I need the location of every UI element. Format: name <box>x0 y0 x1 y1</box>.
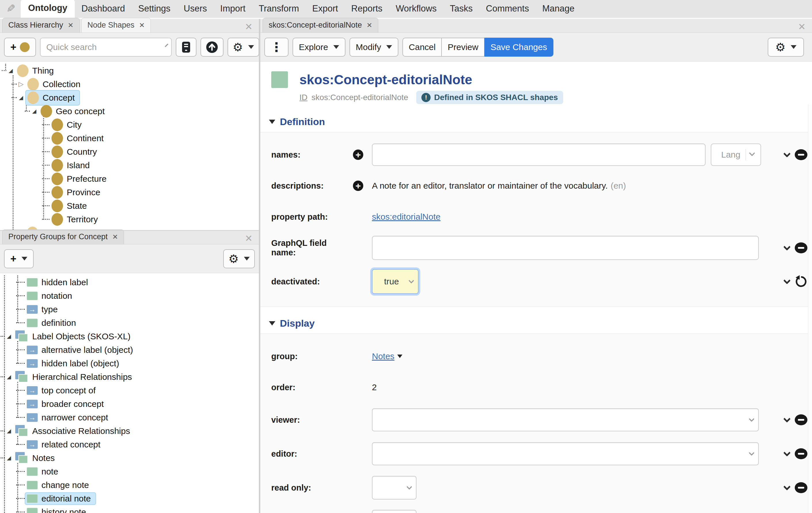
tree-node-narrower-concept[interactable]: →narrower concept <box>0 411 259 424</box>
add-value-icon[interactable]: + <box>353 181 363 191</box>
chevron-down-icon[interactable] <box>783 415 790 422</box>
group-link[interactable]: Notes <box>372 352 394 361</box>
tree-node-collection[interactable]: ▷Collection <box>0 77 259 91</box>
tree-node-related-concept[interactable]: →related concept <box>0 437 259 451</box>
collapsed-arrow-icon[interactable]: ▷ <box>17 81 25 87</box>
tree-node-city[interactable]: City <box>0 118 259 131</box>
tree-node-hidden-label-object[interactable]: →hidden label (object) <box>0 357 259 370</box>
more-actions-button[interactable]: ⋮ <box>264 38 289 57</box>
tab-close-icon[interactable]: ✕ <box>68 22 74 29</box>
menu-item-export[interactable]: Export <box>306 0 345 18</box>
expanded-arrow-icon[interactable]: ◢ <box>30 109 38 114</box>
menu-item-import[interactable]: Import <box>214 0 252 18</box>
expanded-arrow-icon[interactable]: ◢ <box>5 374 13 380</box>
tree-node-type[interactable]: →type <box>0 303 259 316</box>
expanded-arrow-icon[interactable]: ◢ <box>5 428 13 434</box>
panel-divider[interactable] <box>0 230 259 231</box>
undo-icon[interactable] <box>795 275 807 288</box>
section-header-definition[interactable]: Definition <box>260 112 812 132</box>
editor-settings-button[interactable]: ⚙ <box>768 38 804 57</box>
menu-item-users[interactable]: Users <box>177 0 214 18</box>
tree-node-note[interactable]: note <box>0 465 259 478</box>
chevron-down-icon[interactable] <box>783 449 790 456</box>
value-select[interactable] <box>372 442 759 465</box>
tree-node-geo-concept[interactable]: ◢Geo concept <box>0 104 259 118</box>
create-class-button[interactable]: + <box>4 38 36 57</box>
explore-dropdown-button[interactable]: Explore <box>292 38 345 57</box>
lang-dropdown-button[interactable]: Lang <box>711 144 761 166</box>
panel-close-icon[interactable]: ✕ <box>245 21 253 32</box>
expanded-arrow-icon[interactable]: ◢ <box>5 455 13 461</box>
vertical-scrollbar[interactable] <box>808 104 812 513</box>
value-select[interactable] <box>372 476 416 500</box>
chevron-down-icon[interactable] <box>783 150 790 157</box>
tree-node-territory[interactable]: Territory <box>0 212 259 226</box>
deactivated-select[interactable]: true <box>372 269 418 294</box>
add-value-icon[interactable]: + <box>353 150 363 160</box>
library-button[interactable] <box>176 38 197 57</box>
tab-close-icon[interactable]: ✕ <box>367 22 372 29</box>
tree-node-notation[interactable]: notation <box>0 289 259 303</box>
menu-item-comments[interactable]: Comments <box>479 0 535 18</box>
tree-node-hidden-label[interactable]: hidden label <box>0 275 259 289</box>
cancel-button[interactable]: Cancel <box>402 38 441 57</box>
tree-node-editorial-note[interactable]: editorial note <box>0 492 259 505</box>
expanded-arrow-icon[interactable]: ◢ <box>17 95 25 100</box>
chevron-down-icon[interactable] <box>783 243 790 250</box>
names-input[interactable] <box>372 144 705 166</box>
modify-dropdown-button[interactable]: Modify <box>349 38 398 57</box>
panel-close-icon[interactable]: ✕ <box>245 233 253 244</box>
tree-node-continent[interactable]: Continent <box>0 131 259 145</box>
tree-node-top-concept-of[interactable]: →top concept of <box>0 384 259 397</box>
chevron-down-icon[interactable] <box>749 150 755 156</box>
tab-close-icon[interactable]: ✕ <box>112 234 118 240</box>
menu-item-tasks[interactable]: Tasks <box>443 0 479 18</box>
tree-node-hierarchical-relationships[interactable]: ◢Hierarchical Relationships <box>0 370 259 384</box>
remove-value-icon[interactable] <box>795 149 807 160</box>
chevron-down-icon[interactable] <box>783 277 790 284</box>
menu-item-transform[interactable]: Transform <box>252 0 306 18</box>
tab-property-groups-for-concept[interactable]: Property Groups for Concept✕ <box>2 230 124 244</box>
menu-item-reports[interactable]: Reports <box>345 0 389 18</box>
remove-value-icon[interactable] <box>795 448 807 459</box>
tree-node-country[interactable]: Country <box>0 145 259 158</box>
menu-item-dashboard[interactable]: Dashboard <box>75 0 132 18</box>
search-input[interactable] <box>40 42 162 52</box>
graphql-field-input[interactable] <box>372 236 759 260</box>
tree-node-change-note[interactable]: change note <box>0 478 259 492</box>
remove-value-icon[interactable] <box>795 482 807 493</box>
tree-node-broader-concept[interactable]: →broader concept <box>0 397 259 411</box>
go-to-top-button[interactable] <box>201 38 224 57</box>
tab-skos-concept-editorialnote[interactable]: skos:Concept-editorialNote✕ <box>263 18 378 32</box>
chevron-down-icon[interactable] <box>783 483 790 490</box>
tree-node-prefecture[interactable]: Prefecture <box>0 172 259 185</box>
tree-node-alternative-label-object[interactable]: →alternative label (object) <box>0 343 259 357</box>
panel-settings-button[interactable]: ⚙ <box>223 249 255 268</box>
add-property-button[interactable]: + <box>4 249 34 268</box>
menu-item-manage[interactable]: Manage <box>535 0 581 18</box>
tab-node-shapes[interactable]: Node Shapes✕ <box>81 18 151 32</box>
tree-node-state[interactable]: State <box>0 199 259 212</box>
tree-node-concept[interactable]: ◢Concept <box>0 91 259 104</box>
tab-close-icon[interactable]: ✕ <box>139 22 145 29</box>
save-changes-button[interactable]: Save Changes <box>484 38 553 57</box>
property-path-link[interactable]: skos:editorialNote <box>372 212 440 222</box>
caret-down-icon[interactable] <box>397 355 402 358</box>
menu-item-workflows[interactable]: Workflows <box>389 0 443 18</box>
tree-node-thing[interactable]: ◢Thing <box>0 64 259 77</box>
tree-node-island[interactable]: Island <box>0 158 259 172</box>
remove-value-icon[interactable] <box>795 414 807 425</box>
expanded-arrow-icon[interactable]: ◢ <box>5 334 13 339</box>
preview-button[interactable]: Preview <box>441 38 484 57</box>
menu-item-ontology[interactable]: Ontology <box>21 0 75 18</box>
menu-item-settings[interactable]: Settings <box>132 0 177 18</box>
value-select[interactable] <box>372 408 759 431</box>
tree-node-history-note[interactable]: history note <box>0 505 259 513</box>
id-label[interactable]: ID <box>299 93 308 102</box>
tree-node-notes[interactable]: ◢Notes <box>0 451 259 465</box>
tree-node-associative-relationships[interactable]: ◢Associative Relationships <box>0 424 259 437</box>
section-header-display[interactable]: Display <box>260 313 812 334</box>
tree-node-label-objects-skos-xl[interactable]: ◢Label Objects (SKOS-XL) <box>0 330 259 343</box>
tab-class-hierarchy[interactable]: Class Hierarchy✕ <box>2 18 80 32</box>
tree-node-province[interactable]: Province <box>0 185 259 199</box>
